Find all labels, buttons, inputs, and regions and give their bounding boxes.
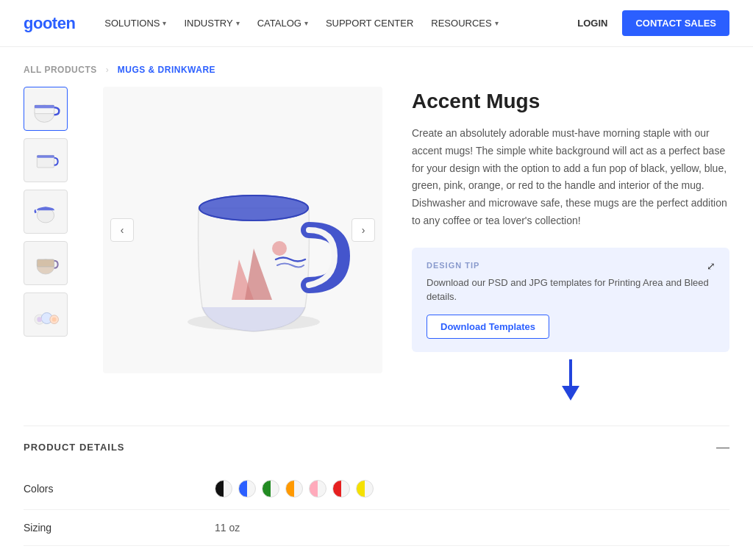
color-swatch-blue <box>238 480 256 498</box>
thumbnail-1[interactable] <box>24 87 68 131</box>
chevron-down-icon: ▾ <box>163 19 166 27</box>
chevron-down-icon: ▾ <box>304 19 308 27</box>
header: gooten SOLUTIONS ▾ INDUSTRY ▾ CATALOG ▾ … <box>0 0 753 47</box>
nav-support-center[interactable]: SUPPORT CENTER <box>326 18 413 29</box>
thumbnail-4[interactable] <box>24 241 68 285</box>
product-details-title: PRODUCT DETAILS <box>24 442 125 453</box>
design-tip-text: Download our PSD and JPG templates for P… <box>427 276 715 304</box>
svg-rect-2 <box>35 105 54 108</box>
thumbnail-2[interactable] <box>24 138 68 182</box>
product-image-placeholder <box>103 87 382 373</box>
color-swatch-black <box>215 480 232 498</box>
collapse-icon: — <box>716 439 729 455</box>
thumb-mug-svg-3 <box>27 193 64 230</box>
breadcrumb: ALL PRODUCTS › MUGS & DRINKWARE <box>0 47 753 87</box>
thumb-mug-svg-2 <box>27 142 64 179</box>
svg-point-18 <box>272 241 287 256</box>
login-button[interactable]: LOGIN <box>577 18 607 29</box>
nav-right: LOGIN CONTACT SALES <box>577 10 729 36</box>
arrow-svg <box>556 358 585 402</box>
nav-industry[interactable]: INDUSTRY ▾ <box>184 18 239 29</box>
color-swatch-orange <box>285 480 303 498</box>
nav-solutions[interactable]: SOLUTIONS ▾ <box>104 18 166 29</box>
thumb-mug-svg-4 <box>27 245 64 281</box>
colors-label: Colors <box>24 483 215 495</box>
colors-row: Colors <box>24 468 729 510</box>
product-description: Create an absolutely adorable must-have … <box>412 125 729 230</box>
svg-marker-20 <box>562 386 579 401</box>
color-swatch-green <box>262 480 279 498</box>
image-prev-button[interactable]: ‹ <box>110 218 134 242</box>
main-nav: SOLUTIONS ▾ INDUSTRY ▾ CATALOG ▾ SUPPORT… <box>104 18 577 29</box>
color-swatch-yellow <box>356 480 374 498</box>
colors-value <box>215 480 374 498</box>
sizing-label: Sizing <box>24 522 215 534</box>
product-thumbnails <box>24 87 74 402</box>
thumb-mug-svg-5 <box>27 296 64 333</box>
thumb-mug-svg-1 <box>27 90 64 127</box>
download-templates-button[interactable]: Download Templates <box>427 315 549 339</box>
nav-catalog[interactable]: CATALOG ▾ <box>257 18 308 29</box>
chevron-down-icon: ▾ <box>495 19 499 27</box>
logo[interactable]: gooten <box>24 14 75 33</box>
design-tip-box: DESIGN TIP ⤢ Download our PSD and JPG te… <box>412 248 729 352</box>
svg-point-11 <box>37 317 42 322</box>
product-info: Accent Mugs Create an absolutely adorabl… <box>412 87 729 402</box>
color-swatch-pink <box>309 480 326 498</box>
breadcrumb-all-products[interactable]: ALL PRODUCTS <box>24 65 97 75</box>
product-title: Accent Mugs <box>412 90 729 113</box>
contact-sales-button[interactable]: CONTACT SALES <box>622 10 729 36</box>
design-tip-label: DESIGN TIP <box>427 261 715 270</box>
accent-mug-illustration <box>125 112 360 348</box>
image-next-button[interactable]: › <box>351 218 375 242</box>
thumbnail-3[interactable] <box>24 190 68 234</box>
svg-rect-4 <box>37 155 54 157</box>
breadcrumb-mugs-drinkware[interactable]: MUGS & DRINKWARE <box>118 65 215 75</box>
main-product-image: ‹ › <box>103 87 382 373</box>
breadcrumb-separator: › <box>106 65 109 75</box>
thumbnail-5[interactable] <box>24 292 68 337</box>
svg-rect-7 <box>37 259 54 267</box>
annotation-arrow <box>412 352 729 402</box>
product-details-section: PRODUCT DETAILS — Colors Sizing 11 oz <box>24 426 729 546</box>
expand-icon[interactable]: ⤢ <box>704 259 718 273</box>
chevron-down-icon: ▾ <box>236 19 240 27</box>
sizing-value: 11 oz <box>215 522 240 534</box>
sizing-row: Sizing 11 oz <box>24 510 729 546</box>
svg-point-12 <box>52 317 57 322</box>
color-swatch-red <box>332 480 350 498</box>
product-layout: ‹ › Accent Mugs Create an absolutely ado… <box>0 87 753 402</box>
nav-resources[interactable]: RESOURCES ▾ <box>431 18 498 29</box>
product-details-header[interactable]: PRODUCT DETAILS — <box>24 426 729 468</box>
